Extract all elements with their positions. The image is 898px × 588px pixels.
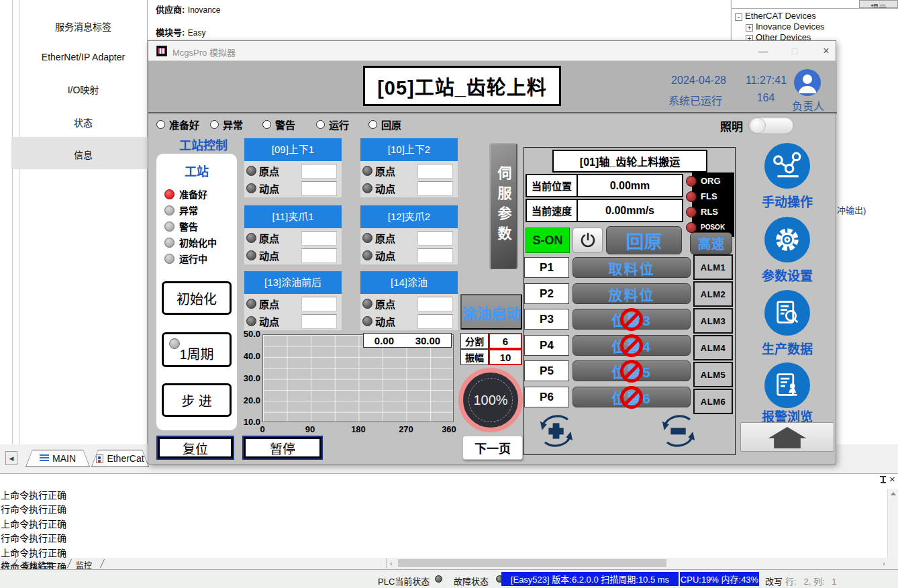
production-data-button[interactable]: [764, 290, 810, 336]
position-button-3-disabled[interactable]: 位置3: [572, 309, 691, 330]
window-title-bar[interactable]: McgsPro 模拟器 — □ ×: [148, 41, 836, 61]
led-icon-gray: [164, 238, 174, 248]
point-label-p5[interactable]: P5: [524, 360, 569, 381]
origin-value-input[interactable]: [301, 164, 337, 179]
oil-start-button[interactable]: 涂油启动: [460, 294, 522, 330]
host-status-bar: PLC当前状态 故障状态 [Easy523] 版本:6.2.0.0 扫描周期:1…: [0, 569, 898, 588]
point-label-p6[interactable]: P6: [524, 387, 569, 407]
position-button-pick[interactable]: 取料位: [572, 257, 691, 278]
tree-collapse-icon[interactable]: -: [735, 13, 742, 21]
power-button[interactable]: [572, 228, 603, 253]
scroll-left-arrow-icon[interactable]: ‹: [390, 558, 393, 568]
parameter-settings-button[interactable]: [764, 217, 810, 262]
speed-percentage-knob[interactable]: 100%: [458, 368, 523, 432]
output-vertical-scrollbar[interactable]: [887, 489, 898, 558]
origin-value-input[interactable]: [301, 297, 337, 311]
alarm-indicator-6: ALM6: [693, 389, 733, 414]
initialize-button[interactable]: 初始化: [162, 281, 232, 315]
cylinder-panel-09: [09]上下1 原点 动点: [244, 138, 342, 197]
split-value-input[interactable]: 6: [489, 333, 522, 349]
runtime-label: 系统已运行: [658, 92, 732, 108]
date-display: 2024-04-28: [662, 75, 736, 87]
pause-button[interactable]: 暂停: [242, 436, 323, 460]
position-button-6-disabled[interactable]: 位置6: [572, 387, 691, 407]
sidebar-item-io-mapping[interactable]: I/O映射: [20, 83, 146, 95]
position-button-4-disabled[interactable]: 位置4: [572, 335, 691, 356]
partial-corner-button[interactable]: 提示: [859, 0, 898, 8]
origin-value-input[interactable]: [301, 231, 337, 246]
parameter-settings-label[interactable]: 参数设置: [752, 266, 822, 284]
cylinder-panel-14: [14]涂油 原点 动点: [360, 271, 458, 330]
sidebar-item-ethernet-ip[interactable]: EtherNet/IP Adapter: [20, 52, 146, 64]
servo-params-button[interactable]: 伺服参数: [489, 143, 517, 269]
user-avatar[interactable]: [794, 69, 821, 96]
jog-minus-icon: [657, 414, 700, 448]
tree-expand-icon[interactable]: +: [746, 24, 753, 32]
jog-reverse-button[interactable]: [657, 414, 700, 448]
station-led-running: 运行中: [164, 252, 207, 265]
one-cycle-button[interactable]: 1周期: [162, 332, 232, 367]
splitter-line: [19, 0, 19, 444]
home-button[interactable]: [740, 422, 834, 452]
production-data-label[interactable]: 生产数据: [752, 339, 822, 357]
sidebar-item-service-message[interactable]: 服务消息标签: [20, 19, 146, 32]
maximize-button[interactable]: □: [787, 44, 803, 58]
go-home-button[interactable]: 回原: [606, 226, 682, 254]
point-label-p1[interactable]: P1: [524, 257, 569, 278]
moving-value-input[interactable]: [417, 248, 453, 263]
horizontal-scrollbar[interactable]: ‹ ›: [386, 558, 888, 568]
x-tick: 270: [394, 424, 418, 434]
sidebar-item-info[interactable]: 信息: [20, 148, 146, 160]
high-speed-button[interactable]: 高速: [690, 232, 732, 254]
pin-panel-icon[interactable]: [879, 476, 887, 485]
status-error: 异常: [210, 117, 243, 131]
tree-node-inovance-devices[interactable]: +Inovance Devices: [746, 21, 825, 32]
alarm-browse-button[interactable]: [764, 362, 810, 408]
point-label-p4[interactable]: P4: [524, 335, 569, 356]
close-button[interactable]: ×: [818, 44, 834, 58]
moving-value-input[interactable]: [301, 181, 337, 196]
toggle-knob[interactable]: [750, 117, 766, 134]
manual-operation-label[interactable]: 手动操作: [752, 192, 822, 210]
origin-value-input[interactable]: [417, 297, 453, 311]
tab-ethercat[interactable]: EtherCat: [91, 450, 149, 467]
manual-operation-button[interactable]: [764, 143, 810, 189]
origin-value-input[interactable]: [417, 231, 453, 246]
moving-value-input[interactable]: [417, 314, 453, 329]
servo-on-button[interactable]: S-ON: [526, 228, 570, 253]
x-tick: 360: [437, 424, 461, 434]
amplitude-value-input[interactable]: 10: [489, 349, 522, 365]
step-button[interactable]: 步 进: [162, 383, 232, 417]
scroll-up-arrow-icon[interactable]: [891, 492, 896, 495]
document-search-icon: [772, 298, 802, 328]
next-page-button[interactable]: 下一页: [462, 436, 523, 460]
tab-main[interactable]: MAIN: [26, 450, 90, 467]
moving-value-input[interactable]: [301, 248, 337, 263]
reset-button[interactable]: 复位: [156, 436, 234, 460]
position-button-place[interactable]: 放料位: [572, 283, 691, 304]
moving-row: 动点: [362, 314, 395, 328]
plc-status-label: PLC当前状态: [378, 575, 430, 587]
point-label-p3[interactable]: P3: [524, 309, 569, 330]
station-led-initializing: 初始化中: [164, 236, 217, 249]
jog-forward-button[interactable]: [535, 414, 578, 448]
moving-value-input[interactable]: [301, 314, 337, 329]
document-stamp-icon: [772, 371, 802, 400]
tab-scroll-back-button[interactable]: ◀: [5, 451, 17, 465]
point-label-p2[interactable]: P2: [524, 283, 569, 304]
tree-node-ethercat-devices[interactable]: -EtherCAT Devices: [735, 11, 816, 21]
lighting-toggle[interactable]: [748, 117, 794, 134]
moving-value-input[interactable]: [417, 181, 453, 196]
origin-value-input[interactable]: [417, 164, 453, 179]
position-button-5-disabled[interactable]: 位置5: [572, 360, 691, 381]
chart-range-box[interactable]: 0.00 30.00: [363, 333, 452, 348]
minimize-button[interactable]: —: [755, 44, 771, 58]
scroll-right-arrow-icon[interactable]: ›: [883, 558, 885, 568]
scrollbar-thumb[interactable]: [398, 559, 666, 567]
close-panel-icon[interactable]: ×: [889, 473, 895, 485]
cylinder-title: [14]涂油: [360, 271, 458, 294]
power-icon: [579, 232, 597, 249]
origin-row: 原点: [362, 297, 395, 311]
sidebar-item-status[interactable]: 状态: [20, 115, 146, 128]
origin-row: 原点: [246, 297, 279, 311]
